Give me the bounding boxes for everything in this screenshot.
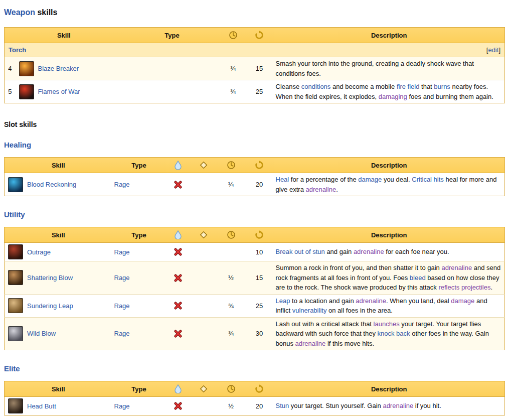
recharge-cell: 15 bbox=[245, 57, 274, 80]
activation-column-header bbox=[217, 381, 245, 397]
activation-column-header bbox=[217, 158, 245, 173]
inline-link[interactable]: conditions bbox=[301, 83, 331, 90]
weapon-skills-heading: Weapon skills bbox=[4, 8, 507, 17]
description-column-header: Description bbox=[274, 381, 505, 397]
inline-link[interactable]: launches bbox=[374, 320, 400, 328]
inline-link[interactable]: fire field bbox=[397, 83, 420, 90]
inline-link[interactable]: burns bbox=[434, 83, 450, 90]
inline-link[interactable]: Stun bbox=[276, 402, 289, 409]
activation-cell: ¾ bbox=[221, 80, 245, 103]
activation-time-icon bbox=[227, 161, 236, 170]
skill-cell: Outrage bbox=[5, 243, 112, 261]
skill-link-head-butt[interactable]: Head Butt bbox=[27, 402, 56, 410]
diamond-cell bbox=[190, 261, 217, 295]
edit-section: [edit] bbox=[486, 46, 500, 54]
type-cell: Rage bbox=[112, 261, 166, 295]
torch-link[interactable]: Torch bbox=[9, 46, 26, 54]
type-link-rage[interactable]: Rage bbox=[114, 181, 130, 188]
inline-link[interactable]: Critical hits bbox=[412, 176, 444, 183]
healing-heading: Healing bbox=[4, 141, 507, 149]
description-column-header: Description bbox=[274, 158, 505, 173]
skill-link-blood-reckoning[interactable]: Blood Reckoning bbox=[27, 181, 76, 188]
type-link-rage[interactable]: Rage bbox=[114, 302, 130, 310]
inline-link[interactable]: damage bbox=[451, 297, 474, 305]
type-column-header: Type bbox=[123, 28, 221, 43]
diamond-cell bbox=[190, 294, 217, 317]
skill-slot-number: 5 bbox=[5, 80, 16, 103]
weapon-group-cell: [edit] Torch bbox=[5, 43, 505, 57]
recharge-column-header bbox=[245, 381, 274, 397]
weapon-skills-table: Skill Type Description bbox=[4, 27, 505, 103]
recharge-icon bbox=[255, 161, 264, 170]
skill-column-header: Skill bbox=[5, 227, 112, 243]
type-cell: Rage bbox=[112, 317, 166, 350]
inline-link[interactable]: adrenaline bbox=[305, 186, 336, 193]
inline-link[interactable]: bleed bbox=[410, 274, 426, 282]
ground-target-diamond-icon bbox=[199, 161, 208, 170]
table-header-row: Skill Type bbox=[5, 158, 505, 173]
inline-link[interactable]: damage bbox=[358, 176, 382, 183]
type-link-rage[interactable]: Rage bbox=[114, 402, 130, 410]
type-cell bbox=[123, 80, 221, 103]
skill-link-blaze-breaker[interactable]: Blaze Breaker bbox=[38, 65, 79, 72]
activation-cell: ¾ bbox=[221, 57, 245, 80]
skill-link-outrage[interactable]: Outrage bbox=[27, 248, 51, 256]
inline-link[interactable]: adrenaline bbox=[356, 297, 386, 305]
inline-link[interactable]: Leap bbox=[276, 297, 290, 305]
diamond-column-header bbox=[190, 158, 217, 173]
description-cell: Stun your target. Stun yourself. Gain ad… bbox=[274, 397, 505, 415]
edit-link[interactable]: edit bbox=[488, 46, 498, 54]
diamond-column-header bbox=[190, 381, 217, 397]
skill-link-wild-blow[interactable]: Wild Blow bbox=[27, 330, 56, 337]
flames-of-war-skill-icon bbox=[19, 84, 34, 99]
diamond-cell bbox=[190, 173, 217, 196]
type-link-rage[interactable]: Rage bbox=[114, 248, 130, 256]
description-column-header: Description bbox=[274, 227, 505, 243]
skill-link-flames-of-war[interactable]: Flames of War bbox=[38, 88, 80, 95]
table-row: 5 Flames of War ¾ 25 Cleanse conditions … bbox=[5, 80, 505, 103]
inline-link[interactable]: knock back bbox=[378, 330, 410, 337]
red-x-icon bbox=[174, 181, 182, 189]
red-x-icon bbox=[174, 402, 182, 410]
type-column-header: Type bbox=[112, 381, 166, 397]
skill-cell: Wild Blow bbox=[5, 317, 112, 350]
description-cell: Leap to a location and gain adrenaline. … bbox=[274, 294, 505, 317]
recharge-icon bbox=[255, 384, 264, 393]
utility-link[interactable]: Utility bbox=[4, 210, 25, 219]
utility-heading: Utility bbox=[4, 210, 507, 219]
diamond-column-header bbox=[190, 227, 217, 243]
type-link-rage[interactable]: Rage bbox=[114, 274, 130, 282]
type-cell: Rage bbox=[112, 397, 166, 415]
inline-link[interactable]: vulnerability bbox=[292, 307, 327, 314]
inline-link[interactable]: adrenaline bbox=[354, 248, 384, 255]
skill-link-sundering-leap[interactable]: Sundering Leap bbox=[27, 302, 73, 310]
inline-link[interactable]: adrenaline bbox=[441, 264, 472, 271]
underwater-cell bbox=[166, 261, 190, 295]
skill-column-header: Skill bbox=[5, 158, 112, 173]
skill-cell: Blaze Breaker bbox=[16, 57, 123, 80]
inline-link[interactable]: damaging bbox=[379, 93, 407, 100]
elite-link[interactable]: Elite bbox=[4, 364, 20, 373]
weapon-skills-suffix: skills bbox=[35, 8, 57, 17]
inline-link[interactable]: reflects projectiles bbox=[438, 284, 490, 291]
underwater-column-header bbox=[166, 227, 190, 243]
edit-bracket-close: ] bbox=[498, 46, 500, 54]
skill-slot-number: 4 bbox=[5, 57, 16, 80]
inline-link[interactable]: Break out of stun bbox=[276, 248, 325, 255]
outrage-skill-icon bbox=[8, 244, 23, 259]
recharge-icon bbox=[255, 31, 264, 40]
healing-link[interactable]: Healing bbox=[4, 141, 31, 149]
description-cell: Cleanse conditions and become a mobile f… bbox=[274, 80, 505, 103]
skill-link-shattering-blow[interactable]: Shattering Blow bbox=[27, 274, 73, 282]
inline-link[interactable]: adrenaline bbox=[383, 402, 413, 409]
type-link-rage[interactable]: Rage bbox=[114, 330, 130, 337]
type-column-header: Type bbox=[112, 158, 166, 173]
table-row: Blood Reckoning Rage ¼ 20 Heal for a per… bbox=[5, 173, 505, 196]
inline-link[interactable]: adrenaline bbox=[295, 340, 326, 347]
underwater-column-header bbox=[166, 158, 190, 173]
inline-link[interactable]: Heal bbox=[276, 176, 289, 183]
skill-cell: Head Butt bbox=[5, 397, 112, 415]
weapon-link[interactable]: Weapon bbox=[4, 8, 35, 17]
recharge-cell: 30 bbox=[245, 317, 274, 350]
skill-cell: Sundering Leap bbox=[5, 294, 112, 317]
